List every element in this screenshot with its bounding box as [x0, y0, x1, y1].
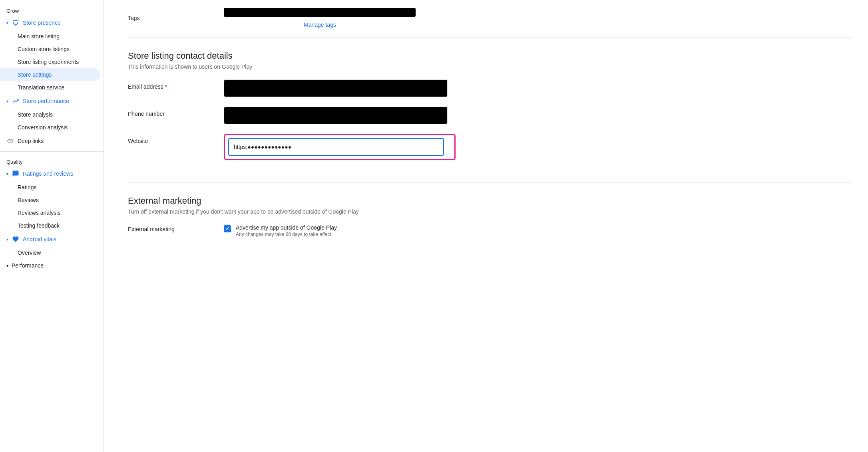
phone-label: Phone number — [128, 107, 224, 117]
phone-field-row: Phone number — [128, 107, 852, 124]
sidebar-android-vitals[interactable]: ▾ Android vitals — [0, 232, 104, 246]
deep-links-label: Deep links — [18, 138, 44, 144]
performance-label: Performance — [12, 262, 44, 269]
email-label: Email address * — [128, 79, 224, 90]
website-input-container — [224, 134, 852, 160]
sidebar-item-overview[interactable]: Overview — [0, 246, 100, 259]
grow-section-label: Grow — [0, 3, 104, 16]
email-input[interactable] — [224, 79, 448, 97]
sidebar-item-translation-service[interactable]: Translation service — [0, 81, 100, 94]
phone-input[interactable] — [224, 107, 448, 124]
external-marketing-field-row: External marketing Advertise my app outs… — [128, 224, 852, 237]
store-presence-group: ▾ Store presence Main store listing Cust… — [0, 16, 104, 94]
external-marketing-section: External marketing Turn off external mar… — [128, 183, 852, 260]
android-vitals-label: Android vitals — [23, 236, 56, 242]
sidebar-store-presence[interactable]: ▾ Store presence — [0, 16, 104, 30]
external-marketing-label: External marketing — [128, 224, 224, 232]
advertise-sub-label: Any changes may take 60 days to take eff… — [236, 232, 337, 237]
sidebar-item-store-analysis[interactable]: Store analysis — [0, 108, 100, 121]
contact-section-subtitle: This information is shown to users on Go… — [128, 63, 852, 70]
sidebar-store-performance[interactable]: ▾ Store performance — [0, 94, 104, 108]
vitals-icon — [12, 235, 20, 243]
advertise-checkbox[interactable] — [224, 225, 231, 232]
store-performance-group: ▾ Store performance Store analysis Conve… — [0, 94, 104, 134]
ratings-reviews-label: Ratings and reviews — [23, 170, 73, 177]
email-field-row: Email address * — [128, 79, 852, 97]
sidebar-item-testing-feedback[interactable]: Testing feedback — [0, 219, 100, 232]
tags-value-area: Manage tags — [224, 8, 852, 28]
chevron-down-icon: ▾ — [6, 21, 8, 25]
advertise-main-label: Advertise my app outside of Google Play — [236, 224, 337, 231]
sidebar-item-conversion-analysis[interactable]: Conversion analysis — [0, 121, 100, 134]
ratings-icon — [12, 170, 20, 178]
quality-section-label: Quality — [0, 155, 104, 167]
website-input[interactable] — [228, 138, 444, 156]
sidebar-item-main-store-listing[interactable]: Main store listing — [0, 30, 100, 43]
manage-tags-link[interactable]: Manage tags — [224, 22, 336, 28]
store-presence-label: Store presence — [23, 20, 61, 26]
sidebar-deep-links[interactable]: Deep links — [0, 134, 104, 148]
website-highlight-border — [224, 134, 456, 160]
sidebar-item-reviews[interactable]: Reviews — [0, 194, 100, 206]
chevron-down-icon-perf: ▾ — [6, 99, 8, 103]
ratings-reviews-group: ▾ Ratings and reviews Ratings Reviews Re… — [0, 167, 104, 232]
contact-section-title: Store listing contact details — [128, 51, 852, 61]
external-marketing-title: External marketing — [128, 196, 852, 206]
sidebar-performance[interactable]: ▾ Performance — [0, 259, 104, 272]
external-marketing-subtitle: Turn off external marketing if you don't… — [128, 208, 852, 215]
sidebar-item-store-settings[interactable]: Store settings — [0, 68, 100, 81]
contact-details-section: Store listing contact details This infor… — [128, 38, 852, 183]
required-asterisk: * — [165, 83, 167, 90]
tags-redacted-value — [224, 8, 416, 17]
chevron-down-icon-ratings: ▾ — [6, 172, 8, 176]
sidebar-ratings-reviews[interactable]: ▾ Ratings and reviews — [0, 167, 104, 181]
sidebar-item-store-experiments[interactable]: Store listing experiments — [0, 56, 100, 68]
link-icon — [6, 137, 14, 145]
trending-icon — [12, 97, 20, 105]
chevron-down-icon-performance: ▾ — [6, 264, 8, 268]
advertise-text-group: Advertise my app outside of Google Play … — [236, 224, 337, 237]
store-performance-label: Store performance — [23, 98, 69, 104]
sidebar: Grow ▾ Store presence Main store listing… — [0, 0, 104, 452]
chevron-down-icon-vitals: ▾ — [6, 237, 8, 242]
email-input-container — [224, 79, 852, 97]
tags-label: Tags — [128, 15, 224, 21]
external-marketing-checkbox-row: Advertise my app outside of Google Play … — [224, 224, 337, 237]
sidebar-item-ratings[interactable]: Ratings — [0, 181, 100, 194]
website-label: Website — [128, 134, 224, 144]
phone-input-container — [224, 107, 852, 124]
sidebar-item-reviews-analysis[interactable]: Reviews analysis — [0, 206, 100, 219]
store-presence-icon — [12, 19, 20, 27]
sidebar-item-custom-store-listings[interactable]: Custom store listings — [0, 43, 100, 56]
main-content: Tags Manage tags Store listing contact d… — [104, 0, 868, 452]
website-field-row: Website — [128, 134, 852, 160]
tags-row: Tags Manage tags — [128, 0, 852, 38]
sidebar-divider — [0, 151, 104, 152]
android-vitals-group: ▾ Android vitals Overview — [0, 232, 104, 259]
